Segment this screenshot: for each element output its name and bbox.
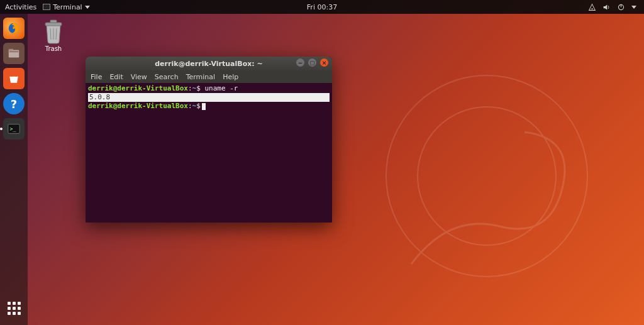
terminal-icon: >_ xyxy=(7,122,21,136)
svg-point-1 xyxy=(418,107,556,245)
dock-item-software[interactable] xyxy=(3,68,25,89)
system-tray[interactable] xyxy=(588,3,644,11)
terminal-glyph-icon xyxy=(43,4,50,10)
dock-item-firefox[interactable] xyxy=(3,18,25,39)
terminal-window: derrik@derrik-VirtualBox: ~ − ▢ × File E… xyxy=(86,57,332,223)
window-titlebar[interactable]: derrik@derrik-VirtualBox: ~ − ▢ × xyxy=(86,57,332,70)
dock-item-terminal[interactable]: >_ xyxy=(3,118,25,140)
clock[interactable]: Fri 00:37 xyxy=(307,3,337,11)
window-title: derrik@derrik-VirtualBox: ~ xyxy=(155,60,263,68)
menu-terminal[interactable]: Terminal xyxy=(186,73,216,81)
chevron-down-icon xyxy=(631,6,636,9)
power-icon[interactable] xyxy=(617,3,625,11)
show-applications-button[interactable] xyxy=(3,297,25,319)
window-close-button[interactable]: × xyxy=(320,58,328,67)
network-icon[interactable] xyxy=(588,3,596,11)
terminal-line-1: derrik@derrik-VirtualBox:~$ uname -r xyxy=(88,84,330,93)
window-minimize-button[interactable]: − xyxy=(296,58,304,67)
desktop-icon-trash[interactable]: Trash xyxy=(35,19,72,52)
svg-point-0 xyxy=(386,75,587,277)
menu-search[interactable]: Search xyxy=(155,73,179,81)
top-bar: Activities Terminal Fri 00:37 xyxy=(0,0,644,14)
app-menu[interactable]: Terminal xyxy=(43,3,90,11)
app-menu-label: Terminal xyxy=(53,3,82,11)
activities-button[interactable]: Activities xyxy=(5,3,36,11)
svg-rect-12 xyxy=(50,20,57,23)
svg-point-2 xyxy=(591,8,592,9)
menu-help[interactable]: Help xyxy=(223,73,238,81)
terminal-menubar: File Edit View Search Terminal Help xyxy=(86,70,332,83)
trash-icon xyxy=(42,19,65,44)
cursor xyxy=(202,103,206,110)
wallpaper-decoration xyxy=(286,50,613,302)
terminal-line-3: derrik@derrik-VirtualBox:~$ xyxy=(88,102,330,111)
svg-rect-7 xyxy=(9,51,19,52)
help-icon: ? xyxy=(11,97,17,111)
svg-text:>_: >_ xyxy=(10,126,16,132)
software-icon xyxy=(8,72,20,85)
menu-file[interactable]: File xyxy=(91,73,102,81)
trash-label: Trash xyxy=(35,45,72,52)
menu-view[interactable]: View xyxy=(131,73,147,81)
prompt-user: derrik@derrik-VirtualBox xyxy=(88,84,188,92)
svg-rect-11 xyxy=(45,23,62,26)
terminal-body[interactable]: derrik@derrik-VirtualBox:~$ uname -r 5.0… xyxy=(86,83,332,223)
window-maximize-button[interactable]: ▢ xyxy=(308,58,316,67)
chevron-down-icon xyxy=(85,6,90,9)
terminal-output-highlight: 5.0.8 xyxy=(88,93,330,102)
svg-rect-8 xyxy=(9,49,13,51)
menu-edit[interactable]: Edit xyxy=(109,73,123,81)
dock: ? >_ xyxy=(0,14,28,325)
firefox-icon xyxy=(7,21,21,35)
svg-rect-6 xyxy=(9,50,19,58)
dock-item-help[interactable]: ? xyxy=(3,93,25,114)
dock-item-files[interactable] xyxy=(3,43,25,64)
files-icon xyxy=(7,47,21,60)
volume-icon[interactable] xyxy=(602,3,611,11)
